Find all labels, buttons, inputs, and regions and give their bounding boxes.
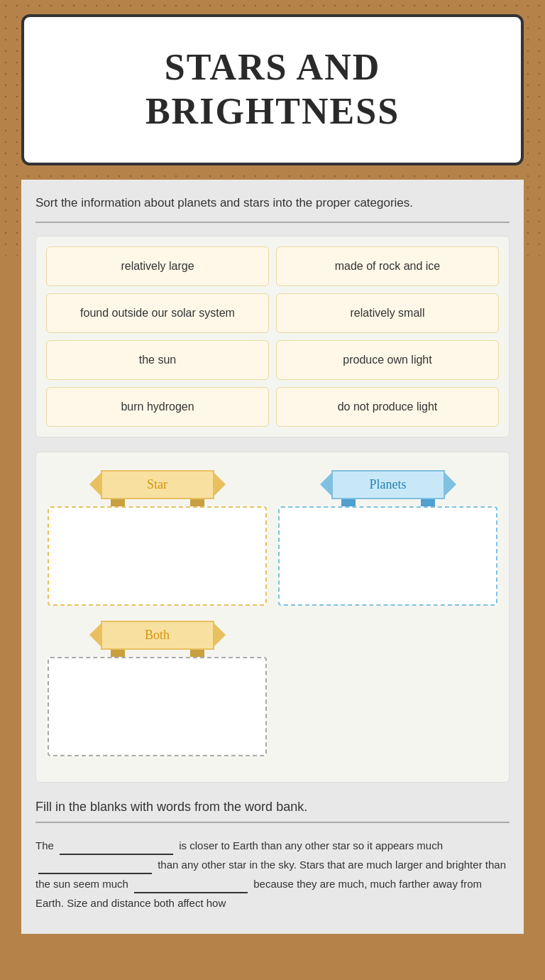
blank-3[interactable]: [134, 879, 248, 893]
tile-produce-own-light[interactable]: produce own light: [276, 340, 499, 380]
sort-area: Star Planets: [35, 452, 510, 783]
title-card: STARS AND BRIGHTNESS: [21, 14, 524, 165]
content-area: Sort the information about planets and s…: [21, 180, 524, 935]
fill-instructions: Fill in the blanks with words from the w…: [35, 800, 510, 815]
planets-label: Planets: [331, 470, 445, 499]
page-title: STARS AND BRIGHTNESS: [38, 45, 507, 134]
star-fold-left: [111, 499, 125, 506]
star-ribbon-wrap: Star: [101, 470, 214, 499]
both-label: Both: [101, 621, 214, 650]
star-ribbon-container: Star: [48, 467, 267, 502]
both-column: Both: [48, 617, 267, 756]
star-column: Star: [48, 467, 267, 606]
tile-relatively-large[interactable]: relatively large: [46, 246, 269, 286]
sort-top-row: Star Planets: [48, 467, 497, 606]
sort-instructions: Sort the information about planets and s…: [35, 194, 510, 212]
both-fold-right: [190, 650, 204, 657]
planets-ribbon-container: Planets: [278, 467, 497, 502]
fill-divider: [35, 822, 510, 823]
blank-1[interactable]: [60, 841, 173, 855]
planets-column: Planets: [278, 467, 497, 606]
planets-ribbon-wrap: Planets: [331, 470, 445, 499]
planets-fold-right: [421, 499, 435, 506]
planets-drop-zone[interactable]: [278, 506, 497, 606]
empty-column: [278, 617, 497, 756]
both-fold-left: [111, 650, 125, 657]
blank-2[interactable]: [38, 860, 152, 874]
tile-burn-hydrogen[interactable]: burn hydrogen: [46, 387, 269, 427]
fill-section: Fill in the blanks with words from the w…: [35, 800, 510, 913]
divider: [35, 222, 510, 223]
planets-fold-left: [341, 499, 356, 506]
fill-text-part2: is closer to Earth than any other star s…: [179, 839, 443, 851]
both-ribbon-wrap: Both: [101, 621, 214, 650]
fill-text-body: The is closer to Earth than any other st…: [35, 836, 510, 913]
tile-relatively-small[interactable]: relatively small: [276, 293, 499, 333]
sort-bottom-row: Both: [48, 617, 497, 756]
star-drop-zone[interactable]: [48, 506, 267, 606]
star-label: Star: [101, 470, 214, 499]
both-drop-zone[interactable]: [48, 657, 267, 756]
tile-made-of-rock[interactable]: made of rock and ice: [276, 246, 499, 286]
word-tiles-container: relatively large made of rock and ice fo…: [35, 236, 510, 437]
both-ribbon-container: Both: [48, 617, 267, 653]
tile-found-outside[interactable]: found outside our solar system: [46, 293, 269, 333]
tiles-grid: relatively large made of rock and ice fo…: [46, 246, 499, 427]
star-fold-right: [190, 499, 204, 506]
fill-text-part1: The: [35, 839, 54, 851]
tile-the-sun[interactable]: the sun: [46, 340, 269, 380]
tile-do-not-produce-light[interactable]: do not produce light: [276, 387, 499, 427]
